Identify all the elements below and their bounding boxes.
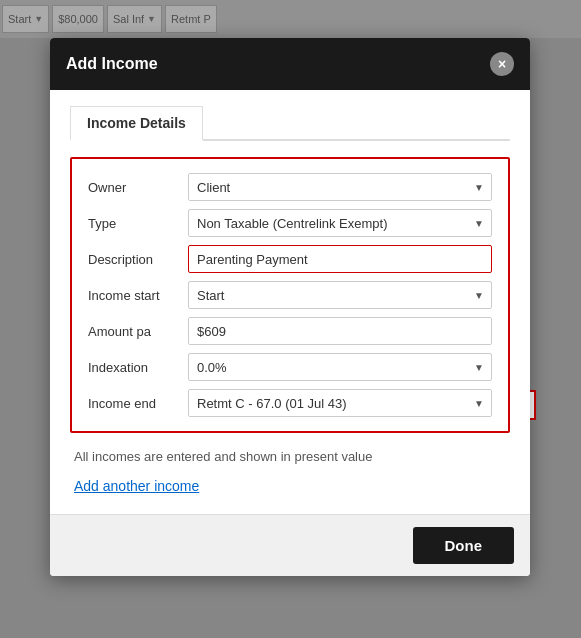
- control-amount: [188, 317, 492, 345]
- indexation-select[interactable]: 0.0% CPI Custom: [188, 353, 492, 381]
- done-button[interactable]: Done: [413, 527, 515, 564]
- label-owner: Owner: [88, 180, 188, 195]
- label-description: Description: [88, 252, 188, 267]
- modal-footer: Done: [50, 514, 530, 576]
- form-row-owner: Owner Client Partner: [88, 173, 492, 201]
- form-row-indexation: Indexation 0.0% CPI Custom: [88, 353, 492, 381]
- control-owner: Client Partner: [188, 173, 492, 201]
- label-income-end: Income end: [88, 396, 188, 411]
- type-select[interactable]: Non Taxable (Centrelink Exempt) Taxable …: [188, 209, 492, 237]
- select-wrapper-owner: Client Partner: [188, 173, 492, 201]
- control-description: [188, 245, 492, 273]
- label-amount: Amount pa: [88, 324, 188, 339]
- amount-input[interactable]: [188, 317, 492, 345]
- modal-header: Add Income ×: [50, 38, 530, 90]
- label-indexation: Indexation: [88, 360, 188, 375]
- modal-close-button[interactable]: ×: [490, 52, 514, 76]
- income-start-select[interactable]: Start Now Custom: [188, 281, 492, 309]
- tab-income-details[interactable]: Income Details: [70, 106, 203, 141]
- info-text: All incomes are entered and shown in pre…: [70, 449, 510, 464]
- owner-select[interactable]: Client Partner: [188, 173, 492, 201]
- control-indexation: 0.0% CPI Custom: [188, 353, 492, 381]
- form-row-income-start: Income start Start Now Custom: [88, 281, 492, 309]
- form-row-type: Type Non Taxable (Centrelink Exempt) Tax…: [88, 209, 492, 237]
- control-income-start: Start Now Custom: [188, 281, 492, 309]
- select-wrapper-income-start: Start Now Custom: [188, 281, 492, 309]
- modal-body: Income Details Owner Client Partner: [50, 90, 530, 514]
- tab-bar: Income Details: [70, 106, 510, 141]
- select-wrapper-indexation: 0.0% CPI Custom: [188, 353, 492, 381]
- label-income-start: Income start: [88, 288, 188, 303]
- form-row-amount: Amount pa: [88, 317, 492, 345]
- form-row-description: Description: [88, 245, 492, 273]
- form-row-income-end: Income end Retmt C - 67.0 (01 Jul 43) Cu…: [88, 389, 492, 417]
- income-form-section: Owner Client Partner Type Non: [70, 157, 510, 433]
- label-type: Type: [88, 216, 188, 231]
- add-another-income-link[interactable]: Add another income: [70, 478, 199, 494]
- select-wrapper-income-end: Retmt C - 67.0 (01 Jul 43) Custom: [188, 389, 492, 417]
- select-wrapper-type: Non Taxable (Centrelink Exempt) Taxable …: [188, 209, 492, 237]
- modal-title: Add Income: [66, 55, 158, 73]
- description-input[interactable]: [188, 245, 492, 273]
- income-end-select[interactable]: Retmt C - 67.0 (01 Jul 43) Custom: [188, 389, 492, 417]
- control-type: Non Taxable (Centrelink Exempt) Taxable …: [188, 209, 492, 237]
- add-income-modal: Add Income × Income Details Owner Client…: [50, 38, 530, 576]
- control-income-end: Retmt C - 67.0 (01 Jul 43) Custom: [188, 389, 492, 417]
